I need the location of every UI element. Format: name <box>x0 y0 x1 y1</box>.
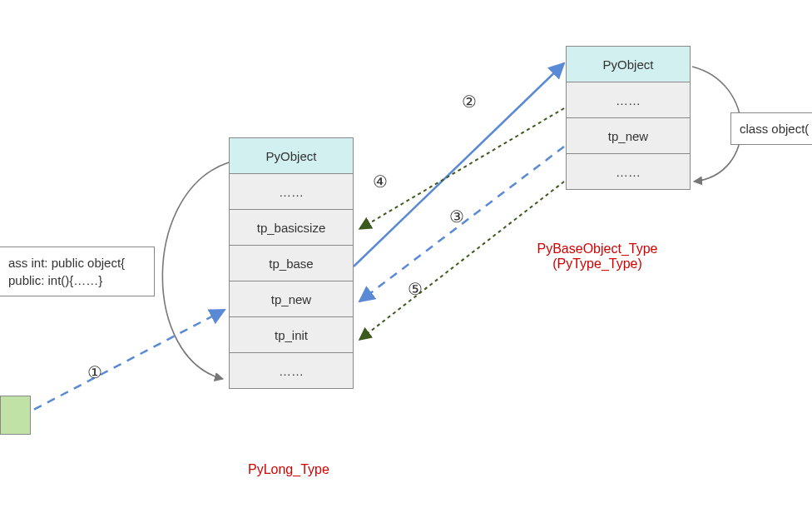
right-note-box: class object( <box>730 112 812 145</box>
pylong-row-3: tp_new <box>230 281 353 316</box>
pybase-row-0: …… <box>567 82 690 117</box>
pylong-caption: PyLong_Type <box>248 462 329 477</box>
pylong-type-struct: PyObject …… tp_basicsize tp_base tp_new … <box>229 137 354 389</box>
pylong-row-4: tp_init <box>230 317 353 352</box>
green-box <box>0 396 31 435</box>
pylong-row-0: …… <box>230 174 353 209</box>
step-4-label: ④ <box>373 172 388 192</box>
pybase-caption-line1: PyBaseObject_Type <box>537 242 658 256</box>
left-note-line2: public: int(){……} <box>8 271 146 289</box>
step-2-label: ② <box>462 92 477 112</box>
pybase-caption-line2: (PyType_Type) <box>552 256 642 271</box>
pybase-row-2: …… <box>567 154 690 189</box>
step-5-label: ⑤ <box>408 279 423 299</box>
pybase-row-1: tp_new <box>567 118 690 153</box>
right-note-text: class object( <box>740 122 809 136</box>
pybaseobject-type-struct: PyObject …… tp_new …… <box>566 46 691 190</box>
pylong-header: PyObject <box>230 138 353 173</box>
step-1-label: ① <box>87 362 102 382</box>
self-loop-left <box>162 162 229 379</box>
pybase-header: PyObject <box>567 47 690 82</box>
arrow-1 <box>21 310 225 416</box>
pylong-row-1: tp_basicsize <box>230 210 353 245</box>
left-note-line1: ass int: public object{ <box>8 254 146 271</box>
pylong-row-2: tp_base <box>230 246 353 281</box>
left-note-box: ass int: public object{ public: int(){……… <box>0 247 155 296</box>
pylong-row-5: …… <box>230 353 353 388</box>
pybase-caption: PyBaseObject_Type (PyType_Type) <box>506 242 689 271</box>
step-3-label: ③ <box>449 207 464 227</box>
arrow-2 <box>354 63 564 266</box>
